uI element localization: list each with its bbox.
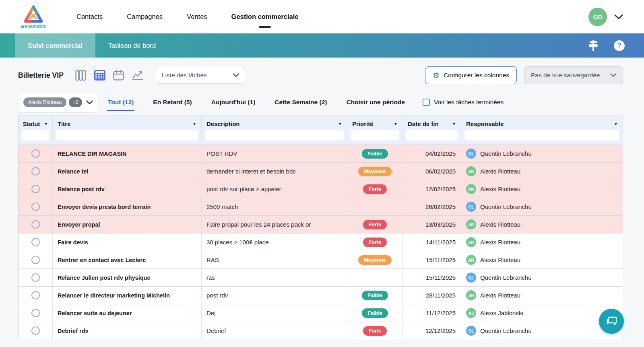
user-avatar[interactable]: GD	[588, 8, 607, 26]
owner-name: Quentin Lebranchu	[480, 327, 532, 334]
filter-input-date[interactable]	[406, 130, 458, 140]
owner-avatar: AR	[466, 166, 476, 176]
table-row[interactable]: Envoyer devis presta bord terrain 2500 m…	[19, 198, 623, 215]
table-header: Statut ▼ Titre ▼ Description ▼ Priorité …	[19, 116, 623, 145]
task-status-radio[interactable]	[31, 149, 40, 158]
board-title: Billetterie VIP	[18, 71, 64, 80]
table-row[interactable]: Relance Julien post rdv physique ras 15/…	[19, 269, 623, 286]
column-header-titre[interactable]: Titre ▼	[53, 116, 202, 129]
owner-name: Quentin Lebranchu	[480, 203, 532, 210]
task-description: 2500 match	[206, 203, 238, 210]
table-row[interactable]: Faire devis 30 places > 100€ place Forte…	[19, 233, 623, 251]
table-view-icon[interactable]	[94, 69, 106, 81]
task-status-radio[interactable]	[31, 238, 40, 246]
tab-en-retard[interactable]: En Retard (5)	[152, 93, 192, 111]
due-date: 06/02/2025	[425, 168, 456, 175]
due-date: 12/12/2025	[425, 327, 456, 334]
sort-triangle-icon[interactable]: ▼	[394, 122, 398, 126]
task-title: Rentrer en contact avec Leclerc	[58, 257, 146, 263]
chat-widget-button[interactable]	[599, 309, 624, 334]
due-date: 11/12/2025	[426, 310, 456, 316]
column-header-description[interactable]: Description ▼	[202, 116, 347, 129]
subnav-tab-tableau-de-bord[interactable]: Tableau de bord	[95, 33, 169, 58]
column-header-date-de-fin[interactable]: Date de fin ▼	[403, 116, 461, 129]
show-done-checkbox[interactable]	[423, 99, 430, 106]
view-type-select-value: Liste des tâches	[162, 72, 207, 79]
task-description: post rdv	[206, 292, 228, 299]
task-description: RAS	[206, 256, 219, 263]
sort-triangle-icon[interactable]: ▼	[192, 122, 196, 126]
owner-name: Alexis Riotteau	[480, 168, 520, 175]
column-header-statut[interactable]: Statut ▼	[19, 116, 53, 129]
table-row[interactable]: Relance tel demander si interet et besoi…	[19, 162, 623, 180]
sort-triangle-icon[interactable]: ▼	[44, 122, 48, 126]
column-header-priorite[interactable]: Priorité ▼	[347, 116, 403, 129]
show-done-filter[interactable]: Voir les tâches terminées	[423, 99, 504, 106]
owner-avatar: AR	[466, 290, 476, 300]
kanban-view-icon[interactable]	[75, 69, 87, 81]
board-toolbar: Billetterie VIP	[18, 66, 623, 84]
table-row[interactable]: Envoyer propal Faire propal pour les 24 …	[19, 215, 623, 233]
due-date: 04/02/2025	[425, 150, 456, 157]
priority-badge: Moyenne	[358, 167, 391, 176]
task-status-radio[interactable]	[31, 326, 40, 335]
due-date: 15/11/2025	[426, 256, 456, 263]
nav-item-gestion-commerciale[interactable]: Gestion commerciale	[231, 1, 299, 33]
view-type-select[interactable]: Liste des tâches	[156, 67, 245, 84]
tab-aujourdhui[interactable]: Aujourd'hui (1)	[211, 93, 256, 111]
task-status-radio[interactable]	[31, 273, 40, 282]
priority-badge: Forte	[363, 238, 387, 247]
filter-input-description[interactable]	[205, 130, 344, 140]
task-period-tabs: Tout (12) En Retard (5) Aujourd'hui (1) …	[107, 93, 406, 111]
tab-cette-semaine[interactable]: Cette Semaine (2)	[274, 93, 328, 111]
task-status-radio[interactable]	[31, 256, 40, 264]
table-row[interactable]: Relance post rdv post rdv sur place > ap…	[19, 180, 623, 198]
main-nav-items: Contacts Campagnes Ventes Gestion commer…	[76, 1, 298, 33]
task-status-radio[interactable]	[31, 220, 40, 229]
task-description: ras	[206, 274, 215, 281]
table-row[interactable]: Rentrer en contact avec Leclerc RAS Moye…	[19, 251, 623, 269]
table-row[interactable]: Relancer suite au dejeuner Dej Faible 11…	[19, 304, 623, 322]
subnav-tab-suivi-commercial[interactable]: Suivi commercial	[15, 33, 95, 58]
task-title: Relance tel	[58, 168, 89, 175]
tab-choisir-periode[interactable]: Choisir une période	[345, 93, 406, 111]
priority-badge: Faible	[362, 291, 388, 300]
calendar-view-icon[interactable]	[113, 69, 125, 81]
signpost-icon[interactable]	[587, 39, 599, 52]
task-status-radio[interactable]	[31, 291, 40, 299]
task-description: 30 places > 100€ place	[206, 239, 269, 246]
due-date: 28/11/2025	[426, 292, 456, 299]
filter-input-priorite[interactable]	[351, 130, 399, 140]
arenametrix-logo[interactable]: arenametrix	[18, 5, 49, 29]
help-icon[interactable]: ?	[614, 40, 625, 51]
task-status-radio[interactable]	[31, 185, 40, 193]
filter-input-statut[interactable]	[22, 130, 49, 140]
column-header-responsable[interactable]: Responsable ▼	[461, 116, 623, 129]
due-date: 14/11/2025	[426, 239, 456, 246]
table-row[interactable]: Relancer le directeur marketing Michelin…	[19, 286, 623, 304]
table-row[interactable]: Debrief rdv Debrief Forte 12/12/2025 QL …	[19, 322, 623, 339]
filter-input-titre[interactable]	[56, 130, 198, 140]
sort-triangle-icon[interactable]: ▼	[452, 122, 456, 126]
assignee-filter-dropdown[interactable]: Alexis Riotteau +2	[18, 92, 98, 112]
saved-view-select[interactable]: Pas de vue sauvegardée	[524, 66, 623, 84]
logo-wordmark: arenametrix	[21, 24, 47, 29]
configure-columns-button[interactable]: ⚙ Configurer les colonnes	[425, 66, 517, 84]
due-date: 26/02/2025	[425, 203, 456, 210]
tab-tout[interactable]: Tout (12)	[107, 93, 134, 111]
user-menu-chevron-icon[interactable]	[614, 14, 623, 20]
table-row[interactable]: RELANCE DIR MAGASIN POST RDV Faible 04/0…	[19, 145, 623, 162]
chart-view-icon[interactable]	[132, 69, 144, 81]
task-description: post rdv sur place > appeler	[206, 186, 281, 192]
task-status-radio[interactable]	[31, 202, 40, 211]
nav-item-ventes[interactable]: Ventes	[187, 1, 207, 33]
filter-input-responsable[interactable]	[464, 130, 619, 140]
task-status-radio[interactable]	[31, 167, 40, 176]
nav-item-campagnes[interactable]: Campagnes	[127, 1, 163, 33]
owner-name: Alexis Riotteau	[480, 186, 520, 192]
task-status-radio[interactable]	[31, 309, 40, 317]
task-description: Debrief	[206, 327, 226, 334]
sort-triangle-icon[interactable]: ▼	[614, 122, 618, 126]
nav-item-contacts[interactable]: Contacts	[76, 1, 103, 33]
sort-triangle-icon[interactable]: ▼	[338, 122, 342, 126]
